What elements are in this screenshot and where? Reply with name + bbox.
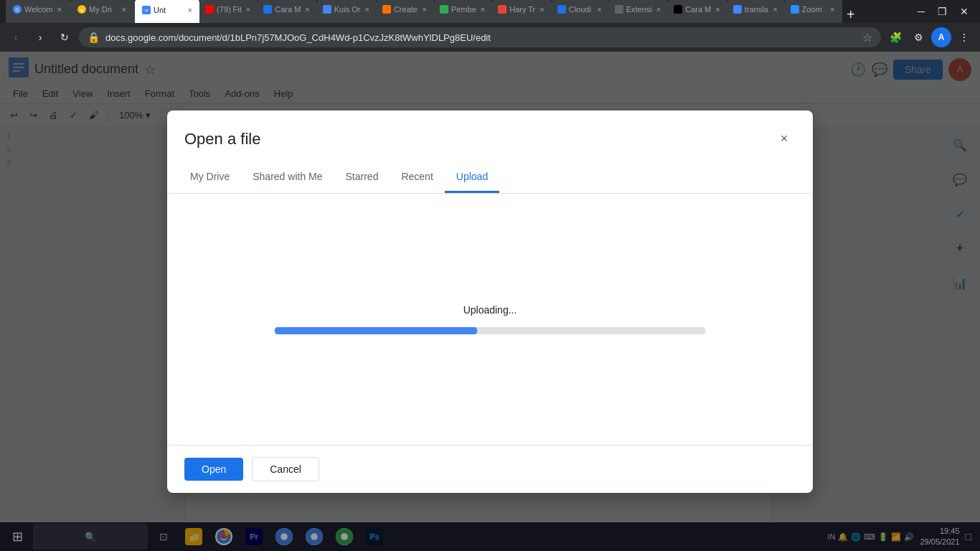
tab-close-cloudi[interactable]: × xyxy=(595,4,603,15)
tab-label-pembe: Pembe xyxy=(451,5,476,14)
modal-close-button[interactable]: × xyxy=(773,128,796,151)
tab-favicon-kuis xyxy=(323,5,331,14)
tab-favicon-welcome: G xyxy=(13,5,22,14)
tab-zoom[interactable]: Zoom × xyxy=(785,0,842,23)
tab-favicon-zoom xyxy=(791,5,799,14)
tab-kuis[interactable]: Kuis Or × xyxy=(317,0,377,23)
tab-close-cara[interactable]: × xyxy=(303,4,311,15)
cancel-button[interactable]: Cancel xyxy=(252,457,319,481)
maximize-button[interactable]: ❐ xyxy=(932,4,953,19)
tab-untitled[interactable]: ≡ Unt × xyxy=(135,0,199,23)
window-controls: ─ ❐ ✕ xyxy=(912,4,974,19)
tab-extensi[interactable]: Extensi × xyxy=(609,0,669,23)
tab-close-pembe[interactable]: × xyxy=(479,4,486,15)
url-text: docs.google.com/document/d/1bLPn7j57MJOo… xyxy=(105,32,857,43)
tab-label-extensi: Extensi xyxy=(626,5,652,14)
tab-welcome[interactable]: G Welcom × xyxy=(6,0,70,23)
tab-label-yt: (79) Fit xyxy=(217,5,242,14)
upload-status-text: Uploading... xyxy=(463,304,517,316)
menu-button[interactable]: ⋮ xyxy=(954,27,974,47)
tab-close-hary[interactable]: × xyxy=(538,4,545,15)
tab-transla[interactable]: transla × xyxy=(727,0,785,23)
forward-button[interactable]: › xyxy=(30,27,50,47)
tab-label-welcome: Welcom xyxy=(24,5,53,14)
modal-tabs: My Drive Shared with Me Starred Recent U… xyxy=(167,162,813,194)
tab-favicon-pembe xyxy=(440,5,448,14)
modal-tab-upload[interactable]: Upload xyxy=(445,162,499,193)
tab-favicon-cara2 xyxy=(674,5,682,14)
refresh-button[interactable]: ↻ xyxy=(55,27,75,47)
tab-label-mydrive: My Dri xyxy=(89,5,118,14)
tab-cara2[interactable]: Cara M × xyxy=(668,0,727,23)
modal-header: Open a file × xyxy=(167,110,813,151)
tab-close-extensi[interactable]: × xyxy=(655,4,662,15)
bookmark-icon[interactable]: ☆ xyxy=(862,31,872,44)
tab-yt[interactable]: (79) Fit × xyxy=(199,0,258,23)
tab-close-untitled[interactable]: × xyxy=(188,6,192,14)
tab-mydrive[interactable]: ▲ My Dri × xyxy=(70,0,135,23)
new-tab-button[interactable]: + xyxy=(842,6,859,23)
tab-close-welcome[interactable]: × xyxy=(56,4,63,15)
settings-button[interactable]: ⚙ xyxy=(908,27,928,47)
profile-avatar[interactable]: A xyxy=(931,27,951,47)
tab-label-kuis: Kuis Or xyxy=(334,5,361,14)
minimize-button[interactable]: ─ xyxy=(912,4,930,19)
modal-footer: Open Cancel xyxy=(167,445,813,493)
modal-tab-recent[interactable]: Recent xyxy=(390,162,444,193)
tab-hary[interactable]: Hary Tr × xyxy=(492,0,552,23)
tab-favicon-extensi xyxy=(615,5,623,14)
tab-close-cara2[interactable]: × xyxy=(714,4,721,15)
modal-tab-starred[interactable]: Starred xyxy=(334,162,390,193)
tab-favicon-mydrive: ▲ xyxy=(77,5,86,14)
tab-close-yt[interactable]: × xyxy=(245,4,252,15)
modal-title: Open a file xyxy=(184,130,260,149)
tab-cloudi[interactable]: Cloudi × xyxy=(552,0,609,23)
browser-frame: G Welcom × ▲ My Dri × ≡ Unt × (79) Fit × xyxy=(0,0,980,551)
browser-toolbar-icons: 🧩 ⚙ A ⋮ xyxy=(885,27,974,47)
open-file-modal: Open a file × My Drive Shared with Me St… xyxy=(167,110,813,493)
tab-favicon-cara xyxy=(263,5,272,14)
secure-icon: 🔒 xyxy=(88,32,100,43)
tab-label-untitled: Unt xyxy=(154,6,185,14)
tab-favicon-transla xyxy=(733,5,742,14)
progress-bar-fill xyxy=(275,327,477,334)
tab-favicon-cloudi xyxy=(557,5,566,14)
tab-label-zoom: Zoom xyxy=(802,5,826,14)
open-button[interactable]: Open xyxy=(184,458,243,481)
tab-favicon-hary xyxy=(498,5,507,14)
app-area: Untitled document ☆ 🕐 💬 Share A File Edi… xyxy=(0,52,980,551)
tab-close-zoom[interactable]: × xyxy=(829,4,836,15)
tab-close-create[interactable]: × xyxy=(420,4,428,15)
tab-label-cara: Cara M xyxy=(275,5,301,14)
tab-create[interactable]: Create × xyxy=(377,0,434,23)
tab-favicon-create xyxy=(382,5,391,14)
modal-body: Uploading... xyxy=(167,194,813,445)
tab-favicon-untitled: ≡ xyxy=(142,6,151,14)
progress-bar-container xyxy=(275,327,705,334)
tab-label-create: Create xyxy=(394,5,418,14)
tab-label-cloudi: Cloudi xyxy=(569,5,593,14)
back-button[interactable]: ‹ xyxy=(6,27,26,47)
tab-label-transla: transla xyxy=(745,5,769,14)
tab-cara[interactable]: Cara M × xyxy=(258,0,317,23)
tab-close-kuis[interactable]: × xyxy=(363,4,370,15)
tab-pembe[interactable]: Pembe × xyxy=(434,0,492,23)
tab-favicon-yt xyxy=(205,5,214,14)
tab-label-hary: Hary Tr xyxy=(509,5,535,14)
tab-bar: G Welcom × ▲ My Dri × ≡ Unt × (79) Fit × xyxy=(6,0,909,23)
close-button[interactable]: ✕ xyxy=(954,4,974,19)
modal-overlay: Open a file × My Drive Shared with Me St… xyxy=(0,52,980,551)
extensions-button[interactable]: 🧩 xyxy=(885,27,905,47)
address-bar: ‹ › ↻ 🔒 docs.google.com/document/d/1bLPn… xyxy=(0,23,980,52)
modal-tab-my-drive[interactable]: My Drive xyxy=(179,162,241,193)
tab-close-mydrive[interactable]: × xyxy=(121,4,128,15)
tab-close-transla[interactable]: × xyxy=(771,4,778,15)
modal-tab-shared[interactable]: Shared with Me xyxy=(241,162,334,193)
tab-label-cara2: Cara M xyxy=(685,5,711,14)
title-bar: G Welcom × ▲ My Dri × ≡ Unt × (79) Fit × xyxy=(0,0,980,23)
url-bar[interactable]: 🔒 docs.google.com/document/d/1bLPn7j57MJ… xyxy=(79,27,881,47)
